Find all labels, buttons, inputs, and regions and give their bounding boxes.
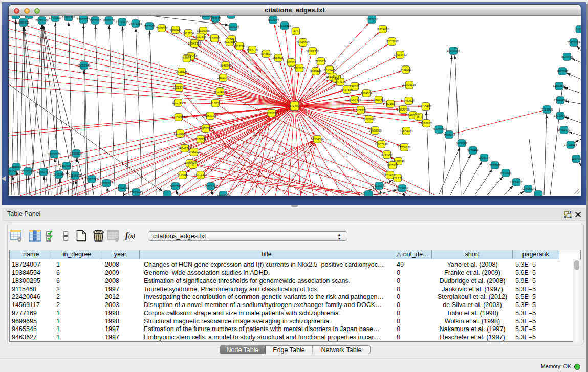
svg-text:2867608: 2867608 xyxy=(234,45,245,48)
svg-text:14136141: 14136141 xyxy=(373,184,385,187)
svg-text:882203: 882203 xyxy=(287,61,296,64)
svg-text:10688609: 10688609 xyxy=(368,129,381,132)
svg-text:12505135: 12505135 xyxy=(69,174,81,177)
svg-text:9245652: 9245652 xyxy=(522,187,534,190)
svg-text:1527602: 1527602 xyxy=(90,19,101,22)
svg-text:17359924: 17359924 xyxy=(70,152,82,155)
svg-text:8938923: 8938923 xyxy=(444,133,455,136)
svg-text:7357224: 7357224 xyxy=(228,25,239,28)
svg-text:1498222: 1498222 xyxy=(188,150,200,154)
svg-text:98901: 98901 xyxy=(183,57,191,60)
svg-text:12444154: 12444154 xyxy=(554,99,567,102)
svg-text:9327508: 9327508 xyxy=(224,40,235,43)
svg-text:18395721: 18395721 xyxy=(9,16,22,17)
svg-text:16671355: 16671355 xyxy=(129,22,142,25)
svg-text:14353594: 14353594 xyxy=(199,127,212,130)
svg-text:19654923: 19654923 xyxy=(400,129,412,133)
svg-text:11120: 11120 xyxy=(576,28,581,31)
svg-text:16961758: 16961758 xyxy=(306,50,319,53)
svg-text:18640910: 18640910 xyxy=(296,41,309,44)
svg-text:19166829: 19166829 xyxy=(173,132,186,135)
svg-text:14909948: 14909948 xyxy=(183,162,196,165)
svg-text:8186328: 8186328 xyxy=(209,37,220,40)
svg-text:20364436: 20364436 xyxy=(348,98,361,101)
svg-text:2935114: 2935114 xyxy=(478,156,490,159)
svg-text:7663821: 7663821 xyxy=(210,17,221,20)
svg-text:7515526: 7515526 xyxy=(144,25,155,28)
svg-text:7632621: 7632621 xyxy=(489,164,500,167)
svg-text:15716485: 15716485 xyxy=(204,185,217,188)
svg-text:15692971: 15692971 xyxy=(557,128,570,132)
svg-text:16409954: 16409954 xyxy=(432,128,445,131)
svg-text:116753: 116753 xyxy=(572,157,581,160)
svg-text:2803144: 2803144 xyxy=(217,76,229,79)
svg-text:2718126: 2718126 xyxy=(176,70,187,73)
svg-text:9699695: 9699695 xyxy=(421,122,432,125)
svg-text:3624554: 3624554 xyxy=(361,92,372,95)
svg-text:62160: 62160 xyxy=(386,102,395,105)
svg-text:17975115: 17975115 xyxy=(403,83,416,86)
svg-text:6794028: 6794028 xyxy=(324,68,335,71)
svg-text:1362615: 1362615 xyxy=(294,67,305,70)
svg-text:1145194: 1145194 xyxy=(53,173,64,176)
svg-text:9: 9 xyxy=(192,163,193,166)
svg-text:7955812: 7955812 xyxy=(315,60,326,63)
svg-text:9474444: 9474444 xyxy=(467,149,478,152)
svg-text:8454749: 8454749 xyxy=(247,48,258,51)
svg-text:9777169: 9777169 xyxy=(335,80,346,83)
svg-text:8912954: 8912954 xyxy=(183,32,194,35)
svg-text:3267130: 3267130 xyxy=(205,114,216,117)
svg-text:18807249: 18807249 xyxy=(375,143,387,146)
svg-text:10654112: 10654112 xyxy=(510,181,523,184)
svg-text:16782759: 16782759 xyxy=(116,186,128,189)
svg-text:8990448: 8990448 xyxy=(310,70,321,73)
svg-text:10120746: 10120746 xyxy=(391,160,404,163)
svg-text:1830027: 1830027 xyxy=(266,112,277,115)
svg-text:10025438: 10025438 xyxy=(397,108,409,111)
svg-text:8813054: 8813054 xyxy=(268,18,279,21)
svg-text:9227342: 9227342 xyxy=(557,70,568,73)
svg-text:1615112: 1615112 xyxy=(387,164,398,167)
svg-text:15226058: 15226058 xyxy=(197,29,209,32)
svg-text:16210643: 16210643 xyxy=(554,114,567,117)
svg-text:17957225: 17957225 xyxy=(85,178,98,181)
svg-text:9146821: 9146821 xyxy=(260,52,272,55)
svg-text:252254: 252254 xyxy=(393,177,403,180)
svg-text:19218506: 19218506 xyxy=(278,24,291,27)
svg-text:12923446: 12923446 xyxy=(216,193,229,196)
svg-text:84: 84 xyxy=(417,115,420,118)
svg-text:7485063: 7485063 xyxy=(400,68,411,71)
svg-text:9115460: 9115460 xyxy=(420,105,431,108)
svg-text:19975867: 19975867 xyxy=(60,164,73,167)
svg-text:3215955: 3215955 xyxy=(541,108,553,111)
svg-text:8660124: 8660124 xyxy=(170,28,181,31)
svg-text:12923445: 12923445 xyxy=(129,191,142,194)
svg-text:6466160: 6466160 xyxy=(103,19,115,22)
svg-text:9327505: 9327505 xyxy=(195,35,206,38)
svg-text:10973493: 10973493 xyxy=(394,53,406,56)
svg-text:20691406: 20691406 xyxy=(35,19,48,22)
svg-text:9457791: 9457791 xyxy=(170,185,181,188)
svg-text:19654923: 19654923 xyxy=(172,116,185,119)
svg-text:12093822: 12093822 xyxy=(553,84,565,87)
svg-text:20206576: 20206576 xyxy=(48,152,60,156)
svg-text:10807487: 10807487 xyxy=(372,98,385,101)
svg-text:12213369: 12213369 xyxy=(172,86,185,89)
svg-text:12213967: 12213967 xyxy=(385,40,398,43)
svg-text:9129966: 9129966 xyxy=(561,55,573,58)
svg-text:12942757: 12942757 xyxy=(37,170,50,173)
svg-text:16154808: 16154808 xyxy=(376,28,389,31)
svg-text:4055721: 4055721 xyxy=(18,21,29,24)
svg-text:8427552: 8427552 xyxy=(214,90,226,93)
svg-text:8471636: 8471636 xyxy=(500,171,511,174)
svg-text:9084067: 9084067 xyxy=(381,153,393,156)
svg-text:16648784: 16648784 xyxy=(447,49,460,52)
svg-text:20190305: 20190305 xyxy=(62,16,75,19)
svg-text:117006: 117006 xyxy=(211,102,221,105)
svg-text:6479197: 6479197 xyxy=(456,142,467,145)
svg-text:15720407: 15720407 xyxy=(362,118,375,121)
svg-text:19756928: 19756928 xyxy=(398,146,410,149)
svg-text:20053346: 20053346 xyxy=(77,64,90,67)
svg-text:419: 419 xyxy=(293,30,298,33)
svg-text:7386322: 7386322 xyxy=(355,108,366,112)
